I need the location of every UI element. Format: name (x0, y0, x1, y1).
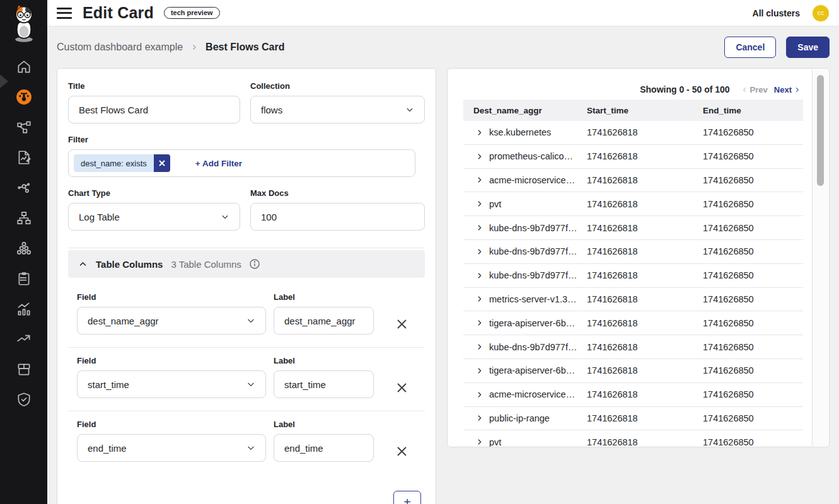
column-header-end[interactable]: End_time (693, 106, 803, 115)
info-icon[interactable] (250, 259, 260, 269)
expand-row-chevron-icon[interactable] (475, 295, 483, 303)
field-select[interactable]: end_time (77, 434, 266, 462)
expand-row-chevron-icon[interactable] (475, 129, 483, 137)
expand-row-chevron-icon[interactable] (475, 152, 483, 161)
sidebar-item-metrics[interactable] (0, 294, 47, 324)
label-label: Label (274, 420, 374, 429)
field-label: Field (77, 420, 266, 429)
expand-row-chevron-icon[interactable] (475, 176, 483, 184)
table-row[interactable]: pvt 1741626818 1741626850 (463, 430, 803, 447)
field-select[interactable]: start_time (77, 370, 266, 398)
expand-row-chevron-icon[interactable] (475, 319, 483, 327)
expand-row-chevron-icon[interactable] (475, 272, 483, 280)
table-row[interactable]: kube-dns-9b7d977f… 1741626818 1741626850 (463, 240, 803, 264)
table-column-editor-row: Field start_time Label start_time (68, 347, 425, 411)
shield-check-icon (16, 391, 32, 408)
table-row[interactable]: kube-dns-9b7d977f… 1741626818 1741626850 (463, 264, 803, 288)
expand-row-chevron-icon[interactable] (475, 200, 483, 208)
expand-row-chevron-icon[interactable] (475, 438, 483, 446)
table-row[interactable]: tigera-apiserver-6b… 1741626818 17416268… (463, 359, 803, 383)
user-avatar[interactable]: cc (813, 5, 829, 21)
chevron-down-icon (221, 212, 229, 221)
table-row[interactable]: kube-dns-9b7d977f… 1741626818 1741626850 (463, 216, 803, 240)
table-row[interactable]: kube-dns-9b7d977f… 1741626818 1741626850 (463, 335, 803, 359)
breadcrumb-current: Best Flows Card (205, 42, 284, 53)
expand-row-chevron-icon[interactable] (475, 414, 483, 422)
preview-table: Dest_name_aggr Start_time End_time kse.k… (463, 100, 803, 447)
breadcrumb-bar: Custom dashboard example Best Flows Card… (47, 26, 839, 68)
table-row[interactable]: tigera-apiserver-6b… 1741626818 17416268… (463, 311, 803, 335)
package-box-icon (16, 361, 32, 377)
sidebar-item-sitemap[interactable] (0, 203, 47, 233)
prev-page-button[interactable]: Prev (741, 85, 768, 94)
title-input[interactable]: Best Flows Card (68, 96, 240, 123)
table-header-row: Dest_name_aggr Start_time End_time (463, 100, 803, 121)
sidebar-item-trends[interactable] (0, 324, 47, 354)
column-header-dest[interactable]: Dest_name_aggr (463, 106, 577, 115)
field-select[interactable]: dest_name_aggr (77, 307, 266, 335)
tech-preview-badge: tech preview (164, 7, 220, 19)
table-row[interactable]: acme-microservice… 1741626818 1741626850 (463, 383, 803, 407)
topbar: Edit Card tech preview All clusters cc (47, 0, 839, 26)
chevron-down-icon (405, 105, 414, 114)
cluster-circles-icon (16, 240, 32, 256)
remove-column-button[interactable] (396, 319, 407, 329)
label-input[interactable]: dest_name_aggr (274, 307, 374, 335)
sidebar-item-packages[interactable] (0, 354, 47, 384)
table-row[interactable]: pvt 1741626818 1741626850 (463, 192, 803, 216)
column-header-start[interactable]: Start_time (577, 106, 693, 115)
chevron-down-icon (246, 444, 255, 452)
filter-label: Filter (68, 135, 425, 144)
title-label: Title (68, 81, 240, 91)
collection-select[interactable]: flows (250, 96, 425, 123)
vertical-scrollbar[interactable] (812, 69, 828, 446)
graph-nodes-icon (16, 180, 32, 196)
hamburger-menu-icon[interactable] (57, 8, 72, 19)
expand-row-chevron-icon[interactable] (475, 343, 483, 351)
label-input[interactable]: start_time (274, 370, 374, 398)
remove-column-button[interactable] (396, 446, 407, 457)
table-row[interactable]: public-ip-range 1741626818 1741626850 (463, 407, 803, 431)
expand-row-chevron-icon[interactable] (475, 391, 483, 399)
close-icon (396, 319, 407, 329)
table-row[interactable]: acme-microservice… 1741626818 1741626850 (463, 169, 803, 193)
cancel-button[interactable]: Cancel (724, 37, 776, 58)
label-label: Label (274, 356, 374, 365)
cluster-selector[interactable]: All clusters (753, 8, 800, 18)
chevron-right-icon (794, 86, 801, 93)
close-icon (159, 160, 165, 166)
chevron-right-icon (190, 43, 198, 51)
breadcrumb-parent[interactable]: Custom dashboard example (57, 42, 183, 53)
table-row[interactable]: prometheus-calico… 1741626818 1741626850 (463, 145, 803, 169)
add-filter-link[interactable]: + Add Filter (195, 159, 242, 168)
add-column-button[interactable]: + (393, 491, 421, 504)
table-columns-section-header[interactable]: Table Columns 3 Table Columns (68, 250, 425, 278)
sidebar-item-compliance[interactable] (0, 263, 47, 294)
save-button[interactable]: Save (786, 37, 830, 58)
remove-filter-button[interactable] (154, 154, 170, 172)
label-input[interactable]: end_time (274, 434, 374, 462)
expand-row-chevron-icon[interactable] (475, 248, 483, 256)
sidebar-item-flow-visualizer[interactable] (0, 173, 47, 203)
next-page-button[interactable]: Next (774, 85, 801, 94)
sidebar-item-security[interactable] (0, 384, 47, 415)
expand-row-chevron-icon[interactable] (475, 224, 483, 232)
expand-row-chevron-icon[interactable] (475, 367, 483, 375)
close-icon (396, 382, 407, 393)
max-docs-input[interactable]: 100 (250, 203, 425, 231)
report-edit-icon (16, 149, 32, 166)
chevron-up-icon (78, 260, 88, 269)
scrollbar-thumb[interactable] (817, 75, 824, 186)
table-row[interactable]: metrics-server-v1.3… 1741626818 17416268… (463, 288, 803, 312)
sidebar-item-workloads[interactable] (0, 233, 47, 263)
collection-label: Collection (250, 81, 425, 91)
topology-icon (16, 119, 32, 135)
remove-column-button[interactable] (396, 382, 407, 393)
sidebar (0, 0, 47, 504)
table-columns-title: Table Columns (96, 259, 163, 270)
sidebar-item-service-graph[interactable] (0, 112, 47, 142)
chart-type-select[interactable]: Log Table (68, 203, 240, 231)
calico-cat-logo[interactable] (6, 4, 42, 44)
sidebar-item-reports[interactable] (0, 142, 47, 173)
table-row[interactable]: kse.kubernetes 1741626818 1741626850 (463, 121, 803, 145)
